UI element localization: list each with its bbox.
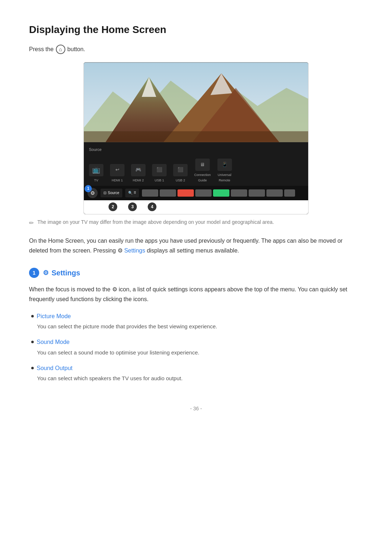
- tv-icon-label-usb1: USB 1: [155, 178, 164, 183]
- tv-icon-hdmi2: 🎮 HDMI 2: [131, 164, 146, 183]
- bullet-item-1: Picture Mode You can select the picture …: [29, 312, 363, 331]
- grid-icon: ⠿: [134, 190, 136, 196]
- tv-icon-box-hdmi1: ↩: [110, 164, 124, 176]
- source-text: Source: [108, 190, 119, 196]
- bullet-dot-1: [31, 315, 34, 317]
- press-instruction: Press the ⌂ button.: [29, 45, 363, 54]
- pencil-icon: ✏: [29, 218, 34, 228]
- page-number: - 36 -: [29, 405, 363, 413]
- app-tile-8: [266, 189, 283, 197]
- bullet-label-2: Sound Mode: [36, 337, 363, 347]
- tv-icon-hdmi1: ↩ HDMI 1: [110, 164, 124, 183]
- section1-title-text: Settings: [52, 267, 80, 279]
- bullet-label-3: Sound Output: [36, 364, 363, 373]
- settings-icon-inline: ⚙: [118, 247, 124, 254]
- button-label: button.: [68, 45, 85, 54]
- body-text: On the Home Screen, you can easily run t…: [29, 236, 363, 255]
- app-tile-4: [195, 189, 212, 197]
- tv-nav-source-btn: ⊡ Source: [101, 189, 122, 197]
- bullet-dot-3: [31, 367, 34, 369]
- note-line: ✏ The image on your TV may differ from t…: [29, 218, 363, 228]
- app-tile-6: [231, 189, 247, 197]
- home-icon: ⌂: [56, 45, 65, 54]
- sound-output-link: Sound Output: [37, 364, 73, 373]
- picture-mode-link: Picture Mode: [37, 312, 71, 321]
- badge-number-2: 2: [109, 202, 117, 211]
- tv-icon-label-hdmi1: HDMI 1: [112, 178, 123, 183]
- app-tiles: [142, 189, 305, 197]
- badge-row: 2 3 4: [84, 200, 308, 214]
- tv-icon-box-hdmi2: 🎮: [131, 164, 146, 176]
- tv-icon-connection: 🖥 ConnectionGuide: [194, 159, 211, 183]
- sound-mode-link: Sound Mode: [37, 337, 70, 347]
- section1-title: ⚙ Settings: [43, 267, 80, 279]
- settings-icon-section: ⚙: [43, 268, 49, 278]
- page-title: Displaying the Home Screen: [29, 22, 363, 38]
- app-tile-3: [177, 189, 194, 197]
- tv-screen-image: [84, 62, 308, 142]
- badge-number-4: 4: [148, 202, 156, 211]
- app-tile-2: [160, 189, 176, 197]
- badge-number-3: 3: [128, 202, 137, 211]
- note-text: The image on your TV may differ from the…: [37, 218, 274, 226]
- tv-icon-box-universal: 📱: [217, 159, 232, 171]
- press-label: Press the: [29, 45, 54, 54]
- tv-icon-label-usb2: USB 2: [176, 178, 185, 183]
- tv-icon-label-universal: UniversalRemote: [218, 172, 232, 183]
- nav-badge-1-container: 1 ⚙: [87, 188, 98, 198]
- tv-icons-row: 📺 TV ↩ HDMI 1 🎮 HDMI 2 ⬛ USB 1 ⬛ USB 2 🖥…: [84, 156, 308, 186]
- tv-icon-box: 📺: [89, 164, 103, 176]
- body-text-end: displays all setting menus available.: [147, 247, 239, 254]
- source-icon: ⊡: [103, 190, 106, 196]
- bullet-dot-2: [31, 341, 34, 343]
- section1-badge: 1: [29, 268, 39, 278]
- search-icon: 🔍: [128, 190, 132, 196]
- bullet-item-2: Sound Mode You can select a sound mode t…: [29, 337, 363, 357]
- bullet-label-1: Picture Mode: [36, 312, 363, 321]
- app-tile-1: [142, 189, 158, 197]
- tv-icon-label-hdmi2: HDMI 2: [133, 178, 144, 183]
- bullet2-desc: You can select a sound mode to optimise …: [36, 348, 363, 357]
- tv-icon-box-usb1: ⬛: [152, 164, 167, 176]
- bullet1-desc: You can select the picture mode that pro…: [36, 322, 363, 331]
- tv-source-label: Source: [89, 147, 102, 152]
- tv-icon-tv: 📺 TV: [89, 164, 103, 183]
- tv-icon-usb1: ⬛ USB 1: [152, 164, 167, 183]
- bullet3-desc: You can select which speakers the TV use…: [36, 374, 363, 383]
- app-tile-5: [213, 189, 229, 197]
- tv-mockup: Source 📺 TV ↩ HDMI 1 🎮 HDMI 2 ⬛ USB 1 ⬛ …: [83, 62, 309, 214]
- tv-source-row: Source: [84, 142, 308, 156]
- section1-description: When the focus is moved to the ⚙ icon, a…: [29, 284, 363, 304]
- tv-icon-usb2: ⬛ USB 2: [173, 164, 188, 183]
- tv-nav-row: 1 ⚙ ⊡ Source 🔍 ⠿: [84, 186, 308, 200]
- tv-icon-label-connection: ConnectionGuide: [194, 172, 211, 183]
- settings-link: Settings: [124, 247, 145, 254]
- tv-icon-universal: 📱 UniversalRemote: [217, 159, 232, 183]
- section1-para-start: When the focus is moved to the: [29, 286, 110, 292]
- app-tile-7: [249, 189, 265, 197]
- settings-icon-para: ⚙: [112, 286, 119, 292]
- bullet-item-3: Sound Output You can select which speake…: [29, 364, 363, 383]
- tv-icon-box-connection: 🖥: [195, 159, 210, 171]
- app-tile-9: [284, 189, 295, 197]
- tv-icon-label-tv: TV: [94, 178, 98, 183]
- svg-rect-7: [84, 131, 308, 142]
- section1-header: 1 ⚙ Settings: [29, 267, 363, 279]
- tv-icon-box-usb2: ⬛: [173, 164, 188, 176]
- tv-nav-search-btn: 🔍 ⠿: [125, 189, 139, 197]
